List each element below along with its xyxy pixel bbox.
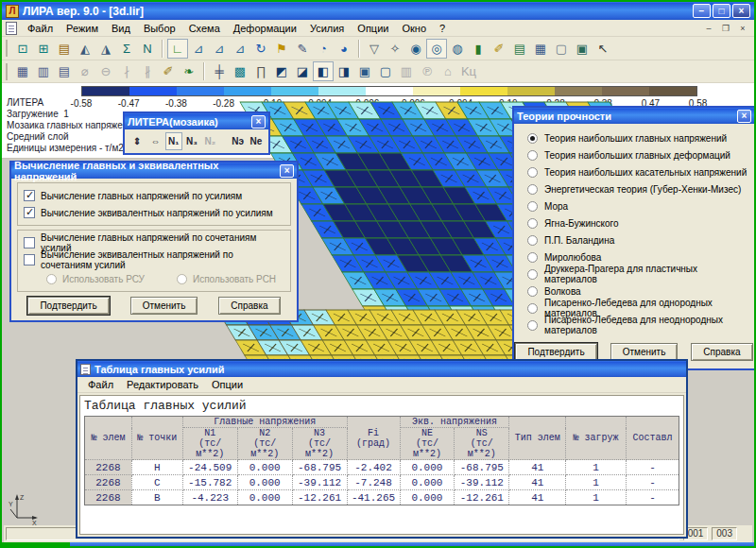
toolbar-icon[interactable]: ◔ xyxy=(313,39,334,59)
table-cell: -39.112 xyxy=(292,475,347,490)
toolbar-icon[interactable]: ◪ xyxy=(292,61,313,81)
strength-dialog-close-icon[interactable]: × xyxy=(737,110,751,123)
toolbar-icon[interactable]: ⊡ xyxy=(12,39,33,59)
strength-option-radio[interactable] xyxy=(527,133,538,144)
toolbar-icon[interactable]: ▣ xyxy=(354,61,375,81)
menu-item[interactable]: Опции xyxy=(351,22,395,35)
toolbar-icon[interactable]: ◕ xyxy=(334,39,354,59)
toolbar-icon[interactable]: ✐ xyxy=(489,39,509,59)
toolbar-icon[interactable]: ∟ xyxy=(167,39,188,59)
toolbar-icon[interactable]: ▩ xyxy=(230,61,250,81)
menu-item[interactable]: Выбор xyxy=(137,22,182,35)
menu-item[interactable]: ? xyxy=(433,22,452,35)
toolbar-icon[interactable]: ⚑ xyxy=(271,39,292,59)
litera-button[interactable]: ⇕ xyxy=(129,132,146,150)
toolbar-icon[interactable]: ▽ xyxy=(364,39,385,59)
mdi-restore-button[interactable]: ❐ xyxy=(718,22,733,34)
toolbar-icon[interactable]: ◧ xyxy=(313,61,334,81)
toolbar-icon[interactable]: ✐ xyxy=(158,61,179,81)
litera-button[interactable]: N₁ xyxy=(165,132,182,150)
table-row[interactable]: 2268С-15.7820.000-39.112-7.2480.000-39.1… xyxy=(85,475,679,490)
menu-item[interactable]: Окно xyxy=(395,22,433,35)
table-menu-item[interactable]: Файл xyxy=(81,378,120,391)
document-icon[interactable] xyxy=(6,22,17,35)
calc-cancel-button[interactable]: Отменить xyxy=(130,297,198,315)
mdi-minimize-button[interactable]: – xyxy=(701,22,716,34)
toolbar-icon[interactable]: ⊿ xyxy=(230,39,250,59)
toolbar-icon[interactable]: ▮ xyxy=(468,39,489,59)
checkbox[interactable] xyxy=(24,237,35,248)
litera-button[interactable]: ⇔ xyxy=(146,132,163,150)
menu-item[interactable]: Усилия xyxy=(303,22,351,35)
strength-option-radio[interactable] xyxy=(527,167,538,178)
toolbar-icon[interactable]: ▢ xyxy=(551,39,572,59)
toolbar-icon[interactable]: ▤ xyxy=(54,61,75,81)
checkbox[interactable] xyxy=(24,190,35,201)
toolbar-icon[interactable]: ∏ xyxy=(250,61,271,81)
menu-item[interactable]: Режим xyxy=(60,22,105,35)
toolbar-icon[interactable]: ◩ xyxy=(271,61,292,81)
checkbox[interactable] xyxy=(24,207,35,218)
strength-option-radio[interactable] xyxy=(527,201,538,212)
litera-button[interactable]: Nе xyxy=(248,132,265,150)
litera-button[interactable]: N₃ xyxy=(183,132,200,150)
checkbox[interactable] xyxy=(24,254,35,265)
toolbar-icon[interactable]: ◍ xyxy=(447,39,468,59)
toolbar-icon[interactable]: ◎ xyxy=(426,39,447,59)
toolbar-icon[interactable]: ▤ xyxy=(54,39,75,59)
strength-option-radio[interactable] xyxy=(527,235,538,246)
strength-option-radio[interactable] xyxy=(527,184,538,195)
toolbar-icon[interactable]: ⊞ xyxy=(33,39,54,59)
strength-option-radio[interactable] xyxy=(527,150,538,161)
table-menu-item[interactable]: Редактировать xyxy=(120,378,205,391)
toolbar-icon[interactable]: ◨ xyxy=(334,61,354,81)
toolbar-icon[interactable]: Σ xyxy=(116,39,137,59)
toolbar-icon[interactable]: ⊿ xyxy=(188,39,209,59)
toolbar-icon[interactable]: ◭ xyxy=(75,39,95,59)
toolbar-icon[interactable]: ✧ xyxy=(385,39,405,59)
toolbar-icon[interactable]: ▦ xyxy=(530,39,551,59)
toolbar-icon[interactable]: ▦ xyxy=(12,61,33,81)
toolbar-icon[interactable]: N xyxy=(137,39,158,59)
toolbar-icon[interactable]: ◮ xyxy=(95,39,116,59)
mdi-close-button[interactable]: × xyxy=(735,22,750,34)
strength-option-radio[interactable] xyxy=(527,269,538,280)
strength-option-radio[interactable] xyxy=(527,252,538,263)
table-row[interactable]: 2268Н-24.5090.000-68.795-2.4020.000-68.7… xyxy=(85,460,679,475)
toolbar-icon[interactable]: ❧ xyxy=(179,61,199,81)
table-menu-item[interactable]: Опции xyxy=(205,378,249,391)
menu-item[interactable]: Деформации xyxy=(227,22,303,35)
toolbar-icon[interactable]: ▣ xyxy=(572,39,593,59)
table-cell: -39.112 xyxy=(455,475,509,490)
toolbar-icon: ⊖ xyxy=(95,61,116,81)
strength-option-radio[interactable] xyxy=(527,218,538,229)
menu-item[interactable]: Вид xyxy=(105,22,137,35)
toolbar-icon[interactable]: ▥ xyxy=(33,61,54,81)
calc-ok-button[interactable]: Подтвердить xyxy=(27,297,109,315)
toolbar-icon: ℗ xyxy=(417,61,438,81)
litera-button[interactable]: Nэ xyxy=(229,132,246,150)
table-row[interactable]: 2268В-4.2230.000-12.261-41.2650.000-12.2… xyxy=(85,490,679,505)
toolbar-icon[interactable]: ▤ xyxy=(509,39,530,59)
toolbar-icon[interactable]: ◉ xyxy=(405,39,426,59)
strength-help-button[interactable]: Справка xyxy=(691,343,752,361)
litera-close-icon[interactable]: × xyxy=(251,115,266,128)
strength-option-radio[interactable] xyxy=(527,303,538,314)
toolbar-icon[interactable]: ↻ xyxy=(250,39,271,59)
minimize-button[interactable]: − xyxy=(693,4,711,18)
close-button[interactable]: × xyxy=(732,4,750,18)
table-header-cell: № загруж xyxy=(566,417,627,460)
toolbar-icon[interactable]: ⊿ xyxy=(209,39,230,59)
menu-item[interactable]: Файл xyxy=(21,22,60,35)
toolbar-icon[interactable]: ✎ xyxy=(292,39,313,59)
strength-option-radio[interactable] xyxy=(527,320,538,331)
toolbar-icon[interactable]: ╪ xyxy=(209,61,230,81)
toolbar-icon[interactable]: ▢ xyxy=(375,61,396,81)
calc-help-button[interactable]: Справка xyxy=(218,297,280,315)
menu-item[interactable]: Схема xyxy=(182,22,227,35)
scale-segment xyxy=(649,87,696,95)
toolbar-icon[interactable]: ↖ xyxy=(593,39,613,59)
calc-dialog-close-icon[interactable]: × xyxy=(280,164,294,178)
strength-option-radio[interactable] xyxy=(527,286,538,297)
restore-button[interactable]: □ xyxy=(713,4,730,18)
